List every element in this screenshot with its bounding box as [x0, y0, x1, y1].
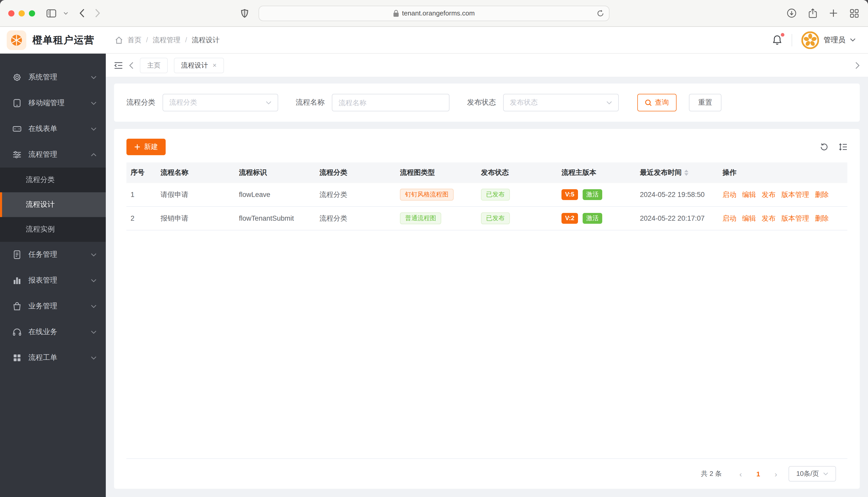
privacy-shield-icon[interactable]: [241, 9, 248, 17]
start-link[interactable]: 启动: [722, 214, 736, 223]
notifications-button[interactable]: [772, 34, 782, 45]
address-bar[interactable]: tenant.orangeforms.com: [259, 5, 609, 21]
url-text: tenant.orangeforms.com: [402, 9, 475, 17]
notification-badge: [781, 33, 784, 37]
table-header-row: 序号 流程名称 流程标识 流程分类 流程图类型 发布状态 流程主版本 最近发布时…: [126, 162, 848, 183]
breadcrumb-flow-mgmt[interactable]: 流程管理: [153, 35, 181, 45]
refresh-table-icon[interactable]: [820, 143, 828, 151]
sidebar-item-flow-instance[interactable]: 流程实例: [0, 217, 106, 242]
sidebar-item-flow-design[interactable]: 流程设计: [0, 192, 106, 217]
sidebar: 系统管理 移动端管理 在线表单 流程管理 流程分类 流程设计 流程: [0, 54, 106, 497]
version-mgmt-link[interactable]: 版本管理: [781, 190, 809, 199]
breadcrumb-home[interactable]: 首页: [127, 35, 141, 45]
status-badge: 已发布: [481, 189, 510, 201]
user-menu[interactable]: 管理员: [801, 31, 856, 49]
cell-published-time: 2024-05-22 20:17:07: [636, 214, 718, 222]
tab-flow-design[interactable]: 流程设计 ×: [174, 57, 224, 73]
sidebar-item-flow-category[interactable]: 流程分类: [0, 168, 106, 192]
page-size-select[interactable]: 10条/页: [788, 466, 836, 482]
close-tab-icon[interactable]: ×: [212, 61, 217, 69]
delete-link[interactable]: 删除: [815, 214, 829, 223]
status-select[interactable]: 发布状态: [503, 94, 619, 111]
back-button[interactable]: [80, 9, 85, 17]
col-header-published[interactable]: 最近发布时间: [636, 168, 718, 178]
sidebar-item-business-mgmt[interactable]: 业务管理: [0, 293, 106, 319]
reload-button[interactable]: [597, 10, 604, 17]
column-settings-icon[interactable]: [839, 143, 848, 151]
minimize-window-button[interactable]: [18, 10, 25, 16]
row-actions: 启动 编辑 发布 版本管理 删除: [718, 190, 848, 199]
tab-overview-button[interactable]: [850, 9, 859, 17]
chevron-down-icon: [91, 279, 97, 282]
edit-link[interactable]: 编辑: [742, 190, 756, 199]
sort-icon[interactable]: [684, 170, 688, 176]
header-divider: [791, 34, 792, 46]
publish-link[interactable]: 发布: [762, 214, 776, 223]
chevron-down-icon: [91, 127, 97, 131]
plus-icon: [134, 144, 140, 150]
version-chip: V:5: [562, 189, 578, 200]
chevron-up-icon: [91, 153, 97, 156]
close-window-button[interactable]: [8, 10, 14, 16]
start-link[interactable]: 启动: [722, 190, 736, 199]
flow-table-panel: 新建 序号 流程名称 流程标识 流程分类 流程图类型 发布状态 流程主版本 最近…: [114, 129, 860, 489]
table-row: 1 请假申请 flowLeave 流程分类 钉钉风格流程图 已发布 V:5激活 …: [126, 183, 848, 207]
grid-icon: [12, 353, 22, 363]
share-button[interactable]: [809, 8, 817, 18]
tab-home[interactable]: 主页: [140, 57, 168, 73]
downloads-button[interactable]: [787, 9, 796, 18]
breadcrumb: 首页 / 流程管理 / 流程设计: [115, 35, 220, 45]
next-page-button[interactable]: ›: [771, 469, 780, 478]
zoom-window-button[interactable]: [29, 10, 35, 16]
row-actions: 启动 编辑 发布 版本管理 删除: [718, 214, 848, 223]
collapse-tabs-icon[interactable]: [114, 61, 123, 69]
sidebar-toggle-icon[interactable]: [46, 9, 56, 17]
cell-name: 请假申请: [156, 190, 235, 199]
active-chip: 激活: [583, 189, 602, 200]
sidebar-item-task-mgmt[interactable]: 任务管理: [0, 242, 106, 268]
bar-chart-icon: [12, 276, 22, 285]
app-header: 橙单租户运营 首页 / 流程管理 / 流程设计 管理员: [0, 27, 868, 54]
chevron-down-icon: [91, 75, 97, 79]
reset-button[interactable]: 重置: [689, 94, 721, 111]
flow-name-input[interactable]: [332, 94, 450, 111]
delete-link[interactable]: 删除: [815, 190, 829, 199]
headphones-icon: [12, 327, 22, 337]
table-empty-area: [126, 230, 848, 459]
col-header-version: 流程主版本: [557, 168, 636, 178]
create-button[interactable]: 新建: [126, 139, 166, 155]
sidebar-item-mobile-mgmt[interactable]: 移动端管理: [0, 90, 106, 116]
category-filter-label: 流程分类: [126, 98, 155, 107]
cell-category: 流程分类: [315, 190, 396, 199]
sidebar-item-report-mgmt[interactable]: 报表管理: [0, 268, 106, 293]
sidebar-dropdown-chevron-icon[interactable]: [64, 12, 68, 15]
tab-scroll-left-icon[interactable]: [129, 61, 134, 69]
prev-page-button[interactable]: ‹: [736, 469, 745, 478]
pagination: 共 2 条 ‹ 1 › 10条/页: [126, 459, 848, 489]
document-icon: [12, 250, 22, 259]
status-filter-label: 发布状态: [467, 98, 496, 107]
search-button[interactable]: 查询: [637, 94, 677, 111]
sidebar-item-system-mgmt[interactable]: 系统管理: [0, 65, 106, 90]
active-chip: 激活: [583, 213, 602, 224]
cell-key: flowTenantSubmit: [235, 214, 315, 222]
sidebar-item-online-business[interactable]: 在线业务: [0, 319, 106, 345]
version-mgmt-link[interactable]: 版本管理: [781, 214, 809, 223]
page-number[interactable]: 1: [757, 470, 760, 478]
tab-scroll-right-icon[interactable]: [855, 61, 860, 69]
chevron-down-icon: [91, 304, 97, 308]
forward-button[interactable]: [95, 9, 100, 17]
edit-link[interactable]: 编辑: [742, 214, 756, 223]
cell-published-time: 2024-05-22 19:58:50: [636, 191, 718, 198]
category-select[interactable]: 流程分类: [163, 94, 278, 111]
sidebar-item-online-forms[interactable]: 在线表单: [0, 116, 106, 142]
chevron-down-icon: [823, 472, 828, 475]
publish-link[interactable]: 发布: [762, 190, 776, 199]
avatar: [801, 31, 819, 49]
search-icon: [645, 99, 652, 106]
cell-key: flowLeave: [235, 191, 315, 198]
sidebar-item-flow-workorder[interactable]: 流程工单: [0, 345, 106, 371]
diagram-type-badge: 普通流程图: [400, 212, 441, 224]
sidebar-item-flow-mgmt[interactable]: 流程管理: [0, 142, 106, 168]
new-tab-button[interactable]: [829, 9, 838, 17]
